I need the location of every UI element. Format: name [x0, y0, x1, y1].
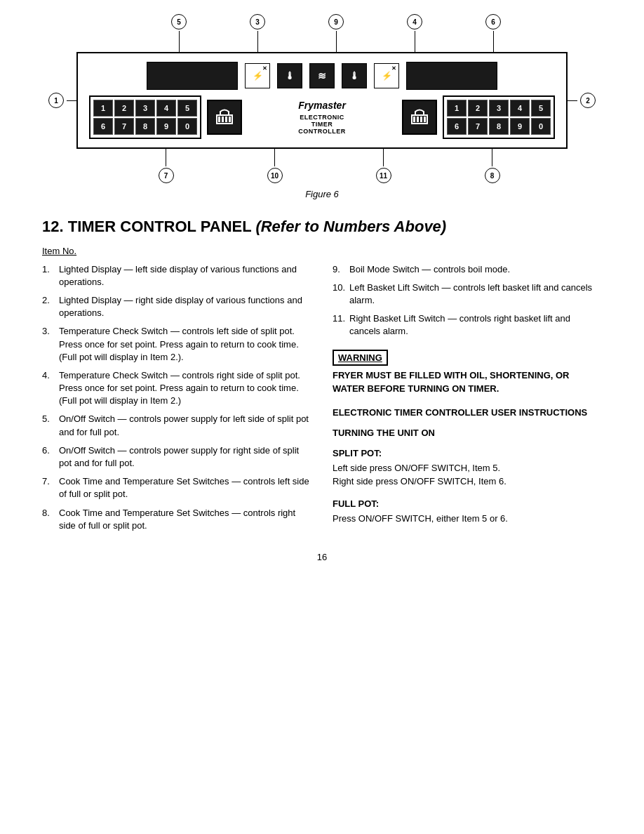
- callout-3: 3: [250, 14, 265, 52]
- item-num-3: 3.: [42, 325, 55, 364]
- panel-top-row: ✕ ⚡ 🌡 ≋ 🌡 ✕ ⚡: [89, 62, 555, 90]
- subsection1-title: ELECTRONIC TIMER CONTROLLER USER INSTRUC…: [333, 407, 602, 418]
- list-item-6: 6. On/Off Switch — controls power supply…: [42, 444, 311, 470]
- item-text-10: Left Basket Lift Switch — controls left …: [349, 282, 602, 307]
- numpad-btn-9[interactable]: 9: [156, 118, 176, 135]
- section-number: 12.: [42, 218, 64, 235]
- full-pot-label: FULL POT:: [333, 498, 602, 509]
- callout-num-8: 8: [485, 168, 500, 183]
- callout-2: 2: [563, 93, 596, 108]
- list-item-11: 11. Right Basket Lift Switch — controls …: [333, 312, 602, 338]
- item-num-7: 7.: [42, 475, 55, 501]
- onoff-switch-5[interactable]: ✕ ⚡: [245, 63, 270, 88]
- section-title-normal: TIMER CONTROL PANEL: [68, 218, 256, 235]
- items-right-list: 9. Boil Mode Switch — controls boil mode…: [333, 263, 602, 338]
- right-numpad-btn-4[interactable]: 4: [510, 100, 530, 117]
- svg-rect-2: [222, 117, 224, 122]
- split-pot-label: SPLIT POT:: [333, 448, 602, 458]
- right-numpad-btn-1[interactable]: 1: [447, 100, 467, 117]
- item-num-11: 11.: [333, 312, 345, 338]
- right-numpad-btn-8[interactable]: 8: [489, 118, 509, 135]
- boil-mode-switch-9[interactable]: ≋: [309, 63, 335, 88]
- item-no-label: Item No.: [42, 246, 602, 256]
- warning-section: WARNING FRYER MUST BE FILLED WITH OIL, S…: [333, 350, 602, 396]
- onoff-switch-6[interactable]: ✕ ⚡: [374, 63, 399, 88]
- right-numpad-btn-6[interactable]: 6: [447, 118, 467, 135]
- split-pot-text: Left side press ON/OFF SWITCH, Item 5. R…: [333, 461, 602, 489]
- item-text-5: On/Off Switch — controls power supply fo…: [59, 413, 311, 438]
- svg-rect-8: [420, 117, 422, 122]
- right-numpad-btn-9[interactable]: 9: [510, 118, 530, 135]
- callout-num-5: 5: [171, 14, 187, 29]
- numpad-btn-1[interactable]: 1: [93, 100, 113, 117]
- callout-9: 9: [328, 14, 344, 52]
- numpad-btn-6[interactable]: 6: [93, 118, 113, 135]
- right-numpad-btn-5[interactable]: 5: [531, 100, 551, 117]
- right-numpad-btn-3[interactable]: 3: [489, 100, 509, 117]
- item-text-3: Temperature Check Switch — controls left…: [59, 325, 311, 364]
- callout-5: 5: [171, 14, 187, 52]
- item-text-1: Lighted Display — left side display of v…: [59, 263, 311, 289]
- callout-num-11: 11: [376, 168, 391, 183]
- numpad-btn-3[interactable]: 3: [135, 100, 155, 117]
- items-left-column: 1. Lighted Display — left side display o…: [42, 263, 311, 538]
- item-num-8: 8.: [42, 507, 55, 532]
- left-display: [147, 62, 238, 90]
- temp-check-switch-4[interactable]: 🌡: [342, 63, 367, 88]
- temp-check-switch-3[interactable]: 🌡: [277, 63, 302, 88]
- brand-text: Frymaster ELECTRONIC TIMER CONTROLLER: [298, 100, 346, 135]
- item-text-8: Cook Time and Temperature Set Switches —…: [59, 507, 311, 532]
- numpad-btn-7[interactable]: 7: [114, 118, 134, 135]
- svg-rect-1: [218, 117, 220, 122]
- left-controls: 1 2 3 4 5 6 7 8 9 0: [89, 95, 242, 139]
- numpad-btn-5[interactable]: 5: [177, 100, 197, 117]
- brand-name: Frymaster: [298, 100, 346, 111]
- item-text-4: Temperature Check Switch — controls righ…: [59, 369, 311, 408]
- numpad-btn-2[interactable]: 2: [114, 100, 134, 117]
- callout-num-7: 7: [159, 168, 174, 183]
- list-item-9: 9. Boil Mode Switch — controls boil mode…: [333, 263, 602, 276]
- callout-num-9: 9: [328, 14, 344, 29]
- right-numpad-btn-7[interactable]: 7: [468, 118, 488, 135]
- callout-num-10: 10: [267, 168, 283, 183]
- numpad-btn-0[interactable]: 0: [177, 118, 197, 135]
- left-basket-lift-switch-10[interactable]: [207, 100, 242, 135]
- figure-label: Figure 6: [305, 189, 339, 199]
- subtitle-line2: TIMER: [298, 121, 346, 128]
- item-text-9: Boil Mode Switch — controls boil mode.: [349, 263, 510, 276]
- right-numpad-btn-2[interactable]: 2: [468, 100, 488, 117]
- full-pot-text: Press ON/OFF SWITCH, either Item 5 or 6.: [333, 512, 602, 526]
- list-item-7: 7. Cook Time and Temperature Set Switche…: [42, 475, 311, 501]
- item-num-6: 6.: [42, 444, 55, 470]
- left-numpad: 1 2 3 4 5 6 7 8 9 0: [89, 95, 201, 139]
- section-heading: 12. TIMER CONTROL PANEL (Refer to Number…: [42, 217, 602, 237]
- warning-label: WARNING: [333, 350, 388, 366]
- callout-4: 4: [407, 14, 422, 52]
- item-num-4: 4.: [42, 369, 55, 408]
- callout-8: 8: [485, 149, 500, 183]
- subsection2-title: TURNING THE UNIT ON: [333, 428, 602, 438]
- section-title-italic: (Refer to Numbers Above): [255, 218, 446, 235]
- right-numpad: 1 2 3 4 5 6 7 8 9 0: [443, 95, 555, 139]
- item-num-2: 2.: [42, 294, 55, 319]
- item-text-2: Lighted Display — right side display of …: [59, 294, 311, 319]
- control-panel: ✕ ⚡ 🌡 ≋ 🌡 ✕ ⚡: [76, 52, 568, 149]
- svg-rect-7: [417, 117, 419, 122]
- figure-diagram: 5 3 9 4 6: [42, 14, 602, 210]
- item-num-9: 9.: [333, 263, 345, 276]
- subtitle-line3: CONTROLLER: [298, 128, 346, 135]
- item-num-10: 10.: [333, 282, 345, 307]
- callout-num-2: 2: [580, 93, 596, 108]
- svg-rect-6: [413, 117, 415, 122]
- svg-rect-9: [424, 117, 426, 122]
- svg-rect-3: [225, 117, 227, 122]
- items-left-list: 1. Lighted Display — left side display o…: [42, 263, 311, 532]
- svg-rect-4: [229, 117, 231, 122]
- right-numpad-btn-0[interactable]: 0: [531, 118, 551, 135]
- list-item-10: 10. Left Basket Lift Switch — controls l…: [333, 282, 602, 307]
- right-basket-lift-switch-11[interactable]: [402, 100, 437, 135]
- numpad-btn-8[interactable]: 8: [135, 118, 155, 135]
- callout-6: 6: [485, 14, 501, 52]
- list-item-1: 1. Lighted Display — left side display o…: [42, 263, 311, 289]
- numpad-btn-4[interactable]: 4: [156, 100, 176, 117]
